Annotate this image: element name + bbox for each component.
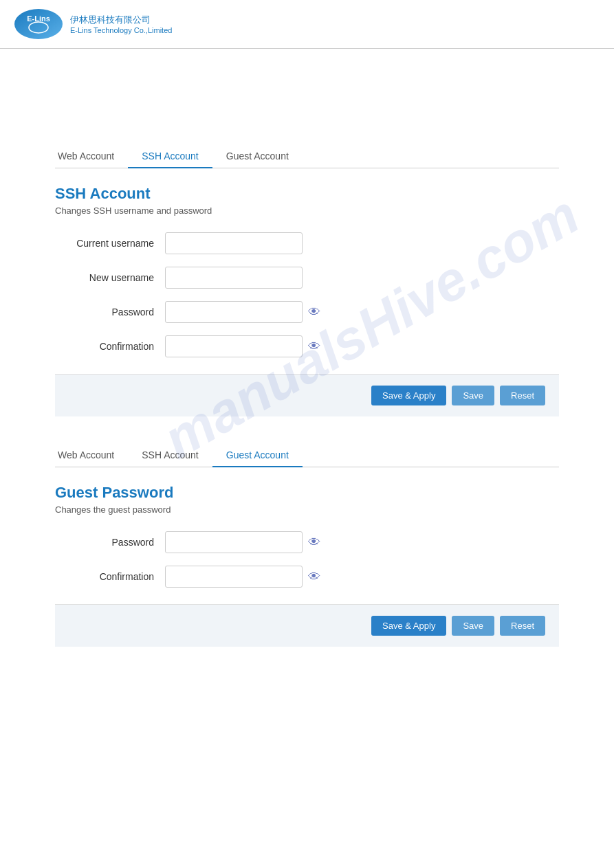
ssh-current-username-input[interactable] bbox=[165, 232, 303, 254]
ssh-password-wrap: 👁 bbox=[165, 301, 320, 323]
ssh-tabs: Web Account SSH Account Guest Account bbox=[55, 145, 559, 168]
ssh-section-desc: Changes SSH username and password bbox=[55, 205, 559, 216]
guest-save-apply-button[interactable]: Save & Apply bbox=[371, 616, 446, 636]
ssh-section-title: SSH Account bbox=[55, 185, 559, 203]
logo: E-Lins 伊林思科技有限公司 E-Lins Technology Co.,L… bbox=[14, 8, 172, 40]
ssh-current-username-group: Current username bbox=[55, 232, 559, 254]
guest-section-desc: Changes the guest password bbox=[55, 504, 559, 515]
guest-section-title: Guest Password bbox=[55, 484, 559, 502]
svg-text:E-Lins: E-Lins bbox=[27, 14, 50, 23]
guest-password-label: Password bbox=[55, 537, 165, 548]
ssh-confirmation-label: Confirmation bbox=[55, 341, 165, 352]
guest-confirmation-group: Confirmation 👁 bbox=[55, 566, 559, 588]
ssh-password-input[interactable] bbox=[165, 301, 303, 323]
tab-ssh-account-ssh[interactable]: SSH Account bbox=[128, 145, 212, 168]
ssh-new-username-label: New username bbox=[55, 272, 165, 283]
guest-tabs: Web Account SSH Account Guest Account bbox=[55, 444, 559, 467]
ssh-new-username-wrap bbox=[165, 267, 303, 289]
ssh-confirmation-eye-icon[interactable]: 👁 bbox=[308, 340, 320, 354]
logo-icon: E-Lins bbox=[14, 8, 63, 40]
guest-confirmation-label: Confirmation bbox=[55, 571, 165, 582]
ssh-confirmation-wrap: 👁 bbox=[165, 335, 320, 357]
guest-save-button[interactable]: Save bbox=[452, 616, 494, 636]
guest-password-wrap: 👁 bbox=[165, 531, 320, 553]
ssh-reset-button[interactable]: Reset bbox=[500, 386, 545, 405]
tab-ssh-account-guest[interactable]: SSH Account bbox=[128, 444, 212, 467]
guest-confirmation-wrap: 👁 bbox=[165, 566, 320, 588]
ssh-new-username-input[interactable] bbox=[165, 267, 303, 289]
ssh-new-username-group: New username bbox=[55, 267, 559, 289]
tab-guest-account-guest[interactable]: Guest Account bbox=[212, 444, 303, 467]
ssh-password-group: Password 👁 bbox=[55, 301, 559, 323]
ssh-current-username-wrap bbox=[165, 232, 303, 254]
guest-confirmation-eye-icon[interactable]: 👁 bbox=[308, 570, 320, 584]
ssh-footer-bar: Save & Apply Save Reset bbox=[55, 374, 559, 416]
company-name-cn: 伊林思科技有限公司 bbox=[70, 14, 172, 26]
main-content: Web Account SSH Account Guest Account SS… bbox=[0, 49, 614, 660]
guest-section: Web Account SSH Account Guest Account Gu… bbox=[55, 444, 559, 647]
ssh-section: Web Account SSH Account Guest Account SS… bbox=[55, 145, 559, 416]
logo-company: 伊林思科技有限公司 E-Lins Technology Co.,Limited bbox=[70, 14, 172, 34]
guest-footer-bar: Save & Apply Save Reset bbox=[55, 604, 559, 647]
guest-password-input[interactable] bbox=[165, 531, 303, 553]
header: E-Lins 伊林思科技有限公司 E-Lins Technology Co.,L… bbox=[0, 0, 614, 49]
tab-web-account-guest[interactable]: Web Account bbox=[55, 444, 128, 467]
svg-point-0 bbox=[14, 9, 63, 39]
ssh-save-apply-button[interactable]: Save & Apply bbox=[371, 386, 446, 405]
ssh-current-username-label: Current username bbox=[55, 238, 165, 249]
guest-password-group: Password 👁 bbox=[55, 531, 559, 553]
company-name-en: E-Lins Technology Co.,Limited bbox=[70, 26, 172, 34]
tab-guest-account-ssh[interactable]: Guest Account bbox=[212, 145, 303, 168]
tab-web-account-ssh[interactable]: Web Account bbox=[55, 145, 128, 168]
guest-reset-button[interactable]: Reset bbox=[500, 616, 545, 636]
guest-confirmation-input[interactable] bbox=[165, 566, 303, 588]
ssh-password-label: Password bbox=[55, 307, 165, 318]
guest-password-eye-icon[interactable]: 👁 bbox=[308, 535, 320, 550]
ssh-confirmation-group: Confirmation 👁 bbox=[55, 335, 559, 357]
ssh-password-eye-icon[interactable]: 👁 bbox=[308, 305, 320, 320]
ssh-confirmation-input[interactable] bbox=[165, 335, 303, 357]
ssh-save-button[interactable]: Save bbox=[452, 386, 494, 405]
